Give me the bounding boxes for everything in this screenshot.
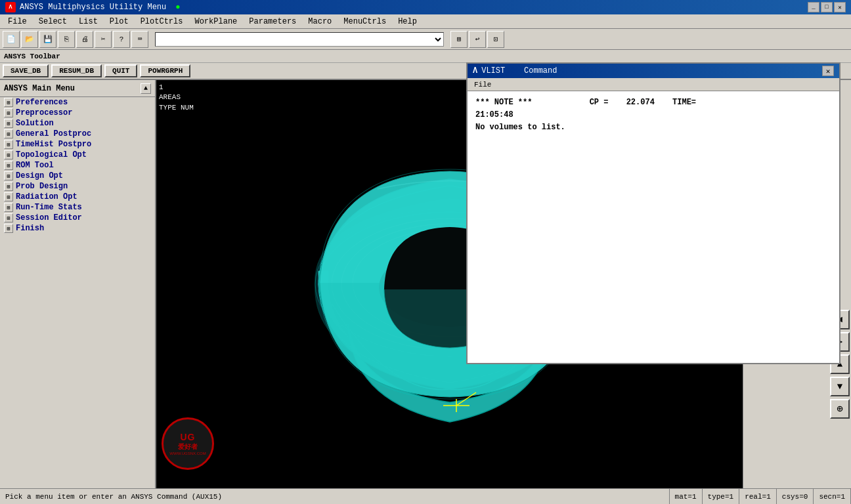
powrgrph-button[interactable]: POWRGRPH — [140, 64, 190, 77]
status-type: type=1 — [703, 489, 740, 504]
window-controls[interactable]: _ □ ✕ — [808, 2, 846, 12]
watermark-ug: UG — [181, 432, 196, 442]
vlist-window: Λ VLIST Command ✕ File *** NOTE *** CP =… — [466, 62, 840, 364]
pan-down-button[interactable]: ▼ — [830, 377, 850, 396]
vlist-title-bar: Λ VLIST Command ✕ — [468, 64, 839, 78]
menu-item-preprocessor[interactable]: ⊞ Preprocessor — [0, 108, 155, 118]
new-btn[interactable]: 📄 — [3, 31, 20, 48]
menu-item-solution[interactable]: ⊞ Solution — [0, 118, 155, 129]
expand-icon: ⊞ — [4, 213, 13, 222]
minimize-button[interactable]: _ — [808, 2, 819, 12]
status-real: real=1 — [739, 489, 777, 504]
quit-button[interactable]: QUIT — [104, 64, 137, 77]
cmd-btn[interactable]: ⌨ — [131, 31, 148, 48]
vlist-content: *** NOTE *** CP = 22.074 TIME= 21:05:48 … — [468, 91, 839, 363]
status-secn: secn=1 — [814, 489, 851, 504]
menu-item-finish[interactable]: ⊞ Finish — [0, 223, 155, 234]
expand-icon: ⊞ — [4, 108, 13, 117]
open-btn[interactable]: 📂 — [21, 31, 38, 48]
vlist-title-label: VLIST — [481, 66, 505, 75]
status-mat: mat=1 — [670, 489, 703, 504]
menu-item-timehist-postpro[interactable]: ⊞ TimeHist Postpro — [0, 139, 155, 150]
ansys-toolbar-title: ANSYS Toolbar — [4, 52, 60, 60]
menu-item-topological-opt[interactable]: ⊞ Topological Opt — [0, 150, 155, 160]
menu-item-runtime-stats[interactable]: ⊞ Run-Time Stats — [0, 202, 155, 213]
menu-plotctrls[interactable]: PlotCtrls — [135, 16, 188, 28]
expand-icon: ⊞ — [4, 150, 13, 159]
close-button[interactable]: ✕ — [834, 2, 846, 12]
expand-icon: ⊞ — [4, 182, 13, 191]
menu-select[interactable]: Select — [33, 16, 72, 28]
vlist-close-button[interactable]: ✕ — [822, 66, 834, 76]
vlist-menu-bar: File — [468, 78, 839, 91]
snap-btn[interactable]: ⊞ — [450, 31, 468, 48]
ansys-toolbar-label: ANSYS Toolbar — [0, 50, 851, 63]
menu-plot[interactable]: Plot — [104, 16, 134, 28]
main-menu-title: ANSYS Main Menu — [4, 84, 75, 93]
menu-menuctrls[interactable]: MenuCtrls — [338, 16, 391, 28]
vlist-note-text: *** NOTE *** — [475, 98, 532, 107]
maximize-button[interactable]: □ — [821, 2, 833, 12]
zoom-fit-button[interactable]: ⊕ — [830, 399, 850, 419]
expand-icon: ⊞ — [4, 98, 13, 107]
viewport-type-label: TYPE NUM — [159, 103, 194, 113]
collapse-button[interactable]: ▲ — [141, 83, 151, 94]
copy-btn[interactable]: ⎘ — [58, 31, 75, 48]
expand-icon: ⊞ — [4, 192, 13, 201]
menu-file[interactable]: File — [3, 16, 32, 28]
expand-icon: ⊞ — [4, 224, 13, 233]
vlist-logo: Λ — [473, 66, 477, 75]
watermark-aihao: 爱好者 — [178, 442, 198, 452]
expand-icon: ⊞ — [4, 203, 13, 212]
expand-icon: ⊞ — [4, 140, 13, 149]
app-logo: Λ — [5, 2, 16, 12]
toolbar: 📄 📂 💾 ⎘ 🖨 ✂ ? ⌨ ⊞ ↩ ⊡ — [0, 29, 851, 50]
undo-btn[interactable]: ↩ — [469, 31, 486, 48]
resum-db-button[interactable]: RESUM_DB — [51, 64, 102, 77]
menu-item-design-opt[interactable]: ⊞ Design Opt — [0, 171, 155, 181]
redo-btn[interactable]: ⊡ — [487, 31, 504, 48]
menu-list[interactable]: List — [74, 16, 103, 28]
menu-item-prob-design[interactable]: ⊞ Prob Design — [0, 181, 155, 192]
viewport-areas-label: AREAS — [159, 93, 194, 102]
menu-item-rom-tool[interactable]: ⊞ ROM Tool — [0, 160, 155, 171]
save-btn[interactable]: 💾 — [39, 31, 56, 48]
watermark: UG 爱好者 WWW.UGSNX.COM — [162, 417, 214, 470]
vlist-note-line: *** NOTE *** CP = 22.074 TIME= — [475, 96, 831, 109]
expand-icon: ⊞ — [4, 171, 13, 180]
status-bar: Pick a menu item or enter an ANSYS Comma… — [0, 488, 851, 504]
menu-bar: File Select List Plot PlotCtrls WorkPlan… — [0, 14, 851, 29]
menu-workplane[interactable]: WorkPlane — [189, 16, 242, 28]
menu-item-general-postproc[interactable]: ⊞ General Postproc — [0, 129, 155, 139]
left-panel: ANSYS Main Menu ▲ ⊞ Preferences ⊞ Prepro… — [0, 80, 156, 488]
menu-item-session-editor[interactable]: ⊞ Session Editor — [0, 213, 155, 223]
status-prompt: Pick a menu item or enter an ANSYS Comma… — [0, 489, 670, 504]
help-icon-btn[interactable]: ? — [113, 31, 130, 48]
menu-help[interactable]: Help — [393, 16, 422, 28]
print-btn[interactable]: 🖨 — [76, 31, 93, 48]
vlist-menu-file[interactable]: File — [470, 80, 495, 89]
main-menu-header: ANSYS Main Menu ▲ — [0, 80, 155, 97]
watermark-url: WWW.UGSNX.COM — [169, 452, 206, 455]
menu-tree: ⊞ Preferences ⊞ Preprocessor ⊞ Solution … — [0, 97, 155, 234]
vlist-cp-label: CP = — [590, 98, 609, 107]
menu-macro[interactable]: Macro — [303, 16, 337, 28]
cut-btn[interactable]: ✂ — [95, 31, 112, 48]
expand-icon: ⊞ — [4, 119, 13, 128]
viewport-line-number: 1 — [159, 83, 194, 93]
toolbar-combo[interactable] — [155, 32, 444, 47]
save-db-button[interactable]: SAVE_DB — [3, 64, 49, 77]
expand-icon: ⊞ — [4, 161, 13, 170]
vlist-title-text: VLIST Command — [481, 66, 557, 75]
title-text: ANSYS Multiphysics Utility Menu — [20, 3, 166, 12]
menu-item-radiation-opt[interactable]: ⊞ Radiation Opt — [0, 192, 155, 202]
vlist-message: No volumes to list. — [475, 121, 831, 134]
viewport-labels: 1 AREAS TYPE NUM — [159, 83, 194, 113]
status-csys: csys=0 — [777, 489, 814, 504]
green-indicator: ● — [175, 3, 180, 12]
title-bar: Λ ANSYS Multiphysics Utility Menu ● _ □ … — [0, 0, 851, 14]
menu-item-preferences[interactable]: ⊞ Preferences — [0, 97, 155, 108]
vlist-time-value: 21:05:48 — [475, 109, 831, 121]
menu-parameters[interactable]: Parameters — [244, 16, 301, 28]
vlist-time-label: TIME= — [672, 98, 696, 107]
